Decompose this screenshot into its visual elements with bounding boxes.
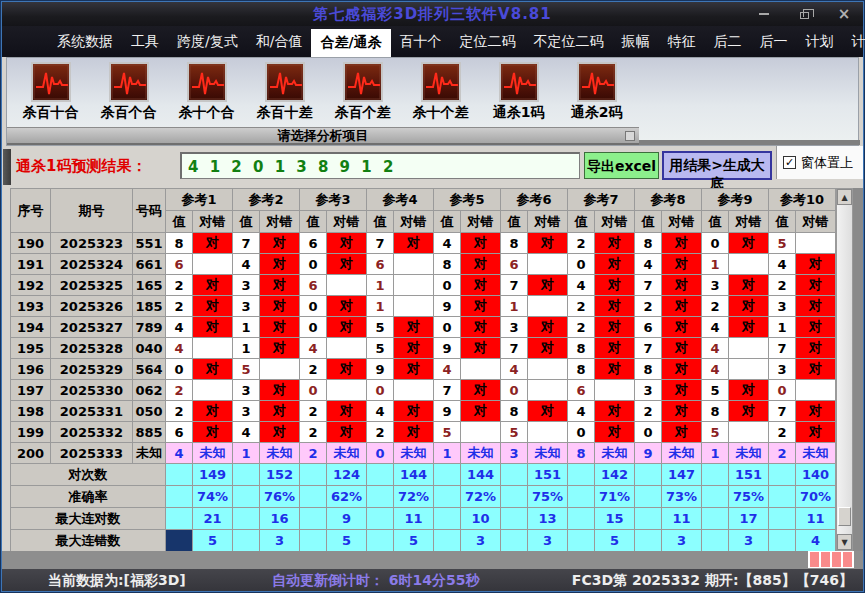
- value-cell[interactable]: 6: [501, 254, 528, 275]
- mark-cell[interactable]: 对: [595, 338, 635, 359]
- summary-value-cell[interactable]: 147: [662, 464, 702, 486]
- value-cell[interactable]: 7: [501, 275, 528, 296]
- mark-cell[interactable]: [595, 380, 635, 401]
- summary-spacer-cell[interactable]: [367, 464, 394, 486]
- summary-value-cell[interactable]: 11: [796, 508, 836, 530]
- mark-cell[interactable]: 对: [260, 233, 300, 254]
- mark-cell[interactable]: 对: [729, 296, 769, 317]
- value-cell[interactable]: 3: [233, 275, 260, 296]
- mark-cell[interactable]: 对: [595, 359, 635, 380]
- summary-value-cell[interactable]: 144: [461, 464, 501, 486]
- summary-spacer-cell[interactable]: [166, 486, 193, 508]
- value-cell[interactable]: 0: [568, 422, 595, 443]
- value-cell[interactable]: 2: [635, 296, 662, 317]
- value-cell[interactable]: 3: [769, 359, 796, 380]
- mark-cell[interactable]: 对: [796, 338, 836, 359]
- value-cell[interactable]: 2: [568, 317, 595, 338]
- summary-value-cell[interactable]: 3: [260, 530, 300, 552]
- summary-spacer-cell[interactable]: [233, 464, 260, 486]
- mark-cell[interactable]: 对: [729, 401, 769, 422]
- value-cell[interactable]: 3: [702, 275, 729, 296]
- value-cell[interactable]: 2: [367, 422, 394, 443]
- value-cell[interactable]: 8: [568, 443, 595, 464]
- number-cell[interactable]: 564: [133, 359, 166, 380]
- summary-spacer-cell[interactable]: [769, 486, 796, 508]
- value-cell[interactable]: 0: [434, 317, 461, 338]
- value-cell[interactable]: 4: [434, 233, 461, 254]
- value-cell[interactable]: 4: [568, 401, 595, 422]
- value-cell[interactable]: 0: [635, 422, 662, 443]
- value-cell[interactable]: 2: [568, 296, 595, 317]
- mark-cell[interactable]: 对: [394, 338, 434, 359]
- value-cell[interactable]: 5: [233, 359, 260, 380]
- summary-spacer-cell[interactable]: [300, 464, 327, 486]
- value-cell[interactable]: 2: [568, 233, 595, 254]
- table-scrollbar[interactable]: ▲ ▼: [836, 188, 853, 551]
- value-cell[interactable]: 2: [166, 275, 193, 296]
- mark-cell[interactable]: 对: [260, 254, 300, 275]
- value-cell[interactable]: 1: [367, 275, 394, 296]
- number-cell[interactable]: 789: [133, 317, 166, 338]
- value-cell[interactable]: 8: [434, 254, 461, 275]
- summary-spacer-cell[interactable]: [367, 530, 394, 552]
- mark-cell[interactable]: 对: [595, 275, 635, 296]
- minimize-button[interactable]: [753, 5, 775, 23]
- period-cell[interactable]: 2025333: [51, 443, 133, 464]
- period-cell[interactable]: 2025329: [51, 359, 133, 380]
- value-cell[interactable]: 5: [501, 422, 528, 443]
- value-cell[interactable]: 5: [434, 422, 461, 443]
- mark-cell[interactable]: [796, 233, 836, 254]
- value-cell[interactable]: 0: [300, 317, 327, 338]
- value-cell[interactable]: 1: [367, 296, 394, 317]
- summary-spacer-cell[interactable]: [300, 486, 327, 508]
- value-cell[interactable]: 3: [769, 296, 796, 317]
- period-cell[interactable]: 2025323: [51, 233, 133, 254]
- mark-cell[interactable]: 对: [193, 422, 233, 443]
- analysis-button-5[interactable]: 杀十个差: [409, 62, 472, 122]
- mark-cell[interactable]: 对: [394, 317, 434, 338]
- mark-cell[interactable]: [528, 422, 568, 443]
- analysis-button-7[interactable]: 通杀2码: [565, 62, 628, 122]
- mark-cell[interactable]: 对: [461, 401, 501, 422]
- value-cell[interactable]: 1: [434, 443, 461, 464]
- mark-cell[interactable]: 对: [595, 317, 635, 338]
- export-excel-button[interactable]: 导出excel: [584, 152, 659, 179]
- summary-spacer-cell[interactable]: [635, 508, 662, 530]
- menu-item-12[interactable]: 计划: [797, 26, 843, 57]
- value-cell[interactable]: 2: [300, 443, 327, 464]
- summary-spacer-cell[interactable]: [300, 530, 327, 552]
- value-cell[interactable]: 6: [300, 233, 327, 254]
- mark-cell[interactable]: 对: [260, 338, 300, 359]
- summary-value-cell[interactable]: 5: [193, 530, 233, 552]
- mark-cell[interactable]: 对: [796, 422, 836, 443]
- summary-value-cell[interactable]: 75%: [528, 486, 568, 508]
- value-cell[interactable]: 5: [367, 317, 394, 338]
- summary-value-cell[interactable]: 3: [461, 530, 501, 552]
- value-cell[interactable]: 2: [769, 275, 796, 296]
- menu-item-0[interactable]: 系统数据: [48, 26, 122, 57]
- summary-value-cell[interactable]: 15: [595, 508, 635, 530]
- mark-cell[interactable]: 对: [662, 338, 702, 359]
- mark-cell[interactable]: 对: [796, 275, 836, 296]
- summary-spacer-cell[interactable]: [166, 464, 193, 486]
- mark-cell[interactable]: 对: [193, 233, 233, 254]
- summary-spacer-cell[interactable]: [501, 486, 528, 508]
- mark-cell[interactable]: 对: [528, 401, 568, 422]
- mark-cell[interactable]: 对: [729, 275, 769, 296]
- mark-cell[interactable]: 未知: [729, 443, 769, 464]
- value-cell[interactable]: 7: [367, 233, 394, 254]
- mark-cell[interactable]: [729, 254, 769, 275]
- mark-cell[interactable]: 对: [662, 359, 702, 380]
- mark-cell[interactable]: 对: [662, 422, 702, 443]
- value-cell[interactable]: 1: [233, 338, 260, 359]
- menu-item-3[interactable]: 和/合值: [247, 26, 312, 57]
- mark-cell[interactable]: [193, 254, 233, 275]
- value-cell[interactable]: 0: [367, 380, 394, 401]
- mark-cell[interactable]: [461, 359, 501, 380]
- mark-cell[interactable]: 对: [327, 359, 367, 380]
- value-cell[interactable]: 4: [233, 254, 260, 275]
- value-cell[interactable]: 0: [702, 233, 729, 254]
- value-cell[interactable]: 6: [300, 275, 327, 296]
- summary-spacer-cell[interactable]: [501, 508, 528, 530]
- value-cell[interactable]: 7: [635, 275, 662, 296]
